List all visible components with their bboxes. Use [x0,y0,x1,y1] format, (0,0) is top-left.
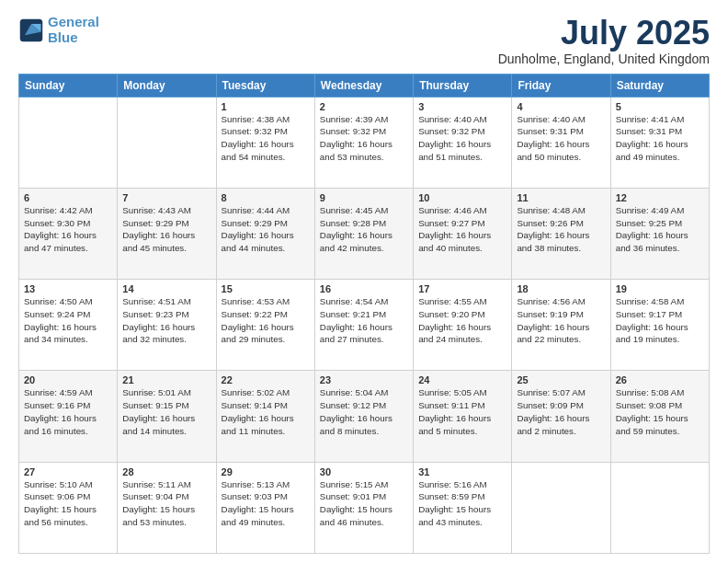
calendar-cell: 24Sunrise: 5:05 AM Sunset: 9:11 PM Dayli… [414,371,512,462]
day-info: Sunrise: 5:16 AM Sunset: 8:59 PM Dayligh… [418,478,506,529]
day-info: Sunrise: 4:59 AM Sunset: 9:16 PM Dayligh… [24,386,112,437]
weekday-header: Wednesday [314,74,413,97]
calendar-cell: 21Sunrise: 5:01 AM Sunset: 9:15 PM Dayli… [118,371,216,462]
day-number: 11 [517,192,605,203]
day-number: 1 [222,101,310,112]
day-number: 29 [222,466,310,477]
day-number: 9 [320,192,408,203]
calendar-cell: 4Sunrise: 4:40 AM Sunset: 9:31 PM Daylig… [512,97,610,188]
calendar-week-row: 20Sunrise: 4:59 AM Sunset: 9:16 PM Dayli… [19,371,710,462]
calendar-cell: 3Sunrise: 4:40 AM Sunset: 9:32 PM Daylig… [414,97,512,188]
day-info: Sunrise: 5:07 AM Sunset: 9:09 PM Dayligh… [517,386,605,437]
calendar-cell: 28Sunrise: 5:11 AM Sunset: 9:04 PM Dayli… [118,462,216,553]
calendar-cell: 27Sunrise: 5:10 AM Sunset: 9:06 PM Dayli… [19,462,118,553]
day-number: 25 [517,374,605,385]
calendar-cell: 15Sunrise: 4:53 AM Sunset: 9:22 PM Dayli… [216,280,314,371]
day-info: Sunrise: 4:48 AM Sunset: 9:26 PM Dayligh… [517,204,605,255]
day-info: Sunrise: 4:44 AM Sunset: 9:29 PM Dayligh… [222,204,310,255]
calendar-week-row: 6Sunrise: 4:42 AM Sunset: 9:30 PM Daylig… [19,188,710,279]
calendar-week-row: 27Sunrise: 5:10 AM Sunset: 9:06 PM Dayli… [19,462,710,553]
calendar-cell [610,462,709,553]
weekday-header: Friday [512,74,610,97]
calendar-cell: 29Sunrise: 5:13 AM Sunset: 9:03 PM Dayli… [216,462,314,553]
day-info: Sunrise: 5:11 AM Sunset: 9:04 PM Dayligh… [122,478,210,529]
day-info: Sunrise: 5:08 AM Sunset: 9:08 PM Dayligh… [616,386,704,437]
calendar-cell: 7Sunrise: 4:43 AM Sunset: 9:29 PM Daylig… [118,188,216,279]
calendar-cell: 8Sunrise: 4:44 AM Sunset: 9:29 PM Daylig… [216,188,314,279]
day-info: Sunrise: 5:01 AM Sunset: 9:15 PM Dayligh… [122,386,210,437]
calendar-week-row: 13Sunrise: 4:50 AM Sunset: 9:24 PM Dayli… [19,280,710,371]
day-number: 8 [222,192,310,203]
calendar-cell: 12Sunrise: 4:49 AM Sunset: 9:25 PM Dayli… [610,188,709,279]
day-number: 2 [320,101,408,112]
day-info: Sunrise: 5:04 AM Sunset: 9:12 PM Dayligh… [320,386,408,437]
weekday-header: Sunday [19,74,118,97]
day-number: 27 [24,466,112,477]
location: Dunholme, England, United Kingdom [498,52,710,66]
day-number: 28 [122,466,210,477]
day-number: 6 [24,192,112,203]
logo-icon [18,17,44,43]
day-number: 15 [222,283,310,294]
day-info: Sunrise: 4:41 AM Sunset: 9:31 PM Dayligh… [616,113,704,164]
calendar-header-row: SundayMondayTuesdayWednesdayThursdayFrid… [19,74,710,97]
day-number: 4 [517,101,605,112]
weekday-header: Thursday [414,74,512,97]
calendar-cell: 10Sunrise: 4:46 AM Sunset: 9:27 PM Dayli… [414,188,512,279]
calendar-cell: 1Sunrise: 4:38 AM Sunset: 9:32 PM Daylig… [216,97,314,188]
day-number: 24 [418,374,506,385]
calendar-cell: 19Sunrise: 4:58 AM Sunset: 9:17 PM Dayli… [610,280,709,371]
day-number: 26 [616,374,704,385]
day-info: Sunrise: 4:38 AM Sunset: 9:32 PM Dayligh… [222,113,310,164]
day-number: 10 [418,192,506,203]
logo-blue: Blue [48,29,78,45]
weekday-header: Saturday [610,74,709,97]
day-info: Sunrise: 4:58 AM Sunset: 9:17 PM Dayligh… [616,295,704,346]
calendar-cell: 13Sunrise: 4:50 AM Sunset: 9:24 PM Dayli… [19,280,118,371]
calendar-cell [118,97,216,188]
day-info: Sunrise: 5:05 AM Sunset: 9:11 PM Dayligh… [418,386,506,437]
day-number: 22 [222,374,310,385]
day-info: Sunrise: 4:53 AM Sunset: 9:22 PM Dayligh… [222,295,310,346]
day-info: Sunrise: 4:56 AM Sunset: 9:19 PM Dayligh… [517,295,605,346]
logo-text: General Blue [48,15,99,45]
calendar-cell [19,97,118,188]
calendar-cell: 23Sunrise: 5:04 AM Sunset: 9:12 PM Dayli… [314,371,413,462]
day-info: Sunrise: 5:15 AM Sunset: 9:01 PM Dayligh… [320,478,408,529]
page: General Blue July 2025 Dunholme, England… [0,0,728,563]
day-number: 16 [320,283,408,294]
day-info: Sunrise: 4:40 AM Sunset: 9:32 PM Dayligh… [418,113,506,164]
calendar-cell: 9Sunrise: 4:45 AM Sunset: 9:28 PM Daylig… [314,188,413,279]
day-info: Sunrise: 4:49 AM Sunset: 9:25 PM Dayligh… [616,204,704,255]
calendar-cell: 25Sunrise: 5:07 AM Sunset: 9:09 PM Dayli… [512,371,610,462]
day-number: 30 [320,466,408,477]
day-info: Sunrise: 4:50 AM Sunset: 9:24 PM Dayligh… [24,295,112,346]
day-info: Sunrise: 4:43 AM Sunset: 9:29 PM Dayligh… [122,204,210,255]
day-number: 23 [320,374,408,385]
calendar-table: SundayMondayTuesdayWednesdayThursdayFrid… [18,74,710,554]
day-info: Sunrise: 4:42 AM Sunset: 9:30 PM Dayligh… [24,204,112,255]
day-number: 21 [122,374,210,385]
day-info: Sunrise: 5:13 AM Sunset: 9:03 PM Dayligh… [222,478,310,529]
title-block: July 2025 Dunholme, England, United King… [498,15,710,66]
day-number: 12 [616,192,704,203]
weekday-header: Monday [118,74,216,97]
calendar-cell: 26Sunrise: 5:08 AM Sunset: 9:08 PM Dayli… [610,371,709,462]
day-number: 7 [122,192,210,203]
calendar-cell: 2Sunrise: 4:39 AM Sunset: 9:32 PM Daylig… [314,97,413,188]
day-info: Sunrise: 4:55 AM Sunset: 9:20 PM Dayligh… [418,295,506,346]
month-title: July 2025 [498,15,710,52]
day-info: Sunrise: 4:51 AM Sunset: 9:23 PM Dayligh… [122,295,210,346]
calendar-cell: 16Sunrise: 4:54 AM Sunset: 9:21 PM Dayli… [314,280,413,371]
day-number: 31 [418,466,506,477]
day-info: Sunrise: 4:40 AM Sunset: 9:31 PM Dayligh… [517,113,605,164]
day-number: 13 [24,283,112,294]
calendar-cell: 31Sunrise: 5:16 AM Sunset: 8:59 PM Dayli… [414,462,512,553]
day-info: Sunrise: 4:54 AM Sunset: 9:21 PM Dayligh… [320,295,408,346]
calendar-cell: 11Sunrise: 4:48 AM Sunset: 9:26 PM Dayli… [512,188,610,279]
day-info: Sunrise: 4:39 AM Sunset: 9:32 PM Dayligh… [320,113,408,164]
day-number: 19 [616,283,704,294]
calendar-week-row: 1Sunrise: 4:38 AM Sunset: 9:32 PM Daylig… [19,97,710,188]
calendar-cell: 22Sunrise: 5:02 AM Sunset: 9:14 PM Dayli… [216,371,314,462]
day-info: Sunrise: 4:45 AM Sunset: 9:28 PM Dayligh… [320,204,408,255]
